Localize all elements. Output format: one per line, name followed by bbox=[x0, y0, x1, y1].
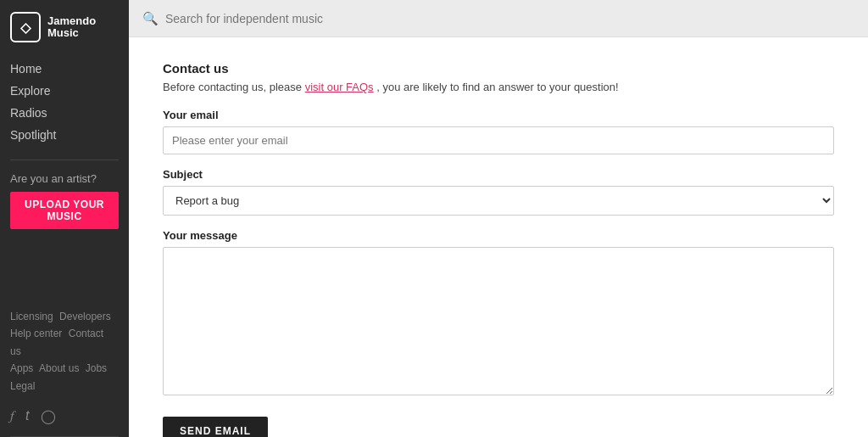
footer-link-legal[interactable]: Legal bbox=[10, 380, 35, 392]
footer-link-jobs[interactable]: Jobs bbox=[86, 362, 107, 374]
search-bar: 🔍 bbox=[129, 0, 868, 37]
logo-line1: Jamendo bbox=[47, 15, 96, 27]
send-email-button[interactable]: SEND EMAIL bbox=[163, 417, 268, 437]
footer-link-help[interactable]: Help center bbox=[10, 328, 62, 339]
social-links: 𝑓 t ◯ bbox=[0, 401, 129, 433]
contact-form-area: Contact us Before contacting us, please … bbox=[129, 37, 868, 437]
contact-subtitle: Before contacting us, please visit our F… bbox=[163, 81, 834, 93]
subject-group: Subject Report a bug General inquiry Art… bbox=[163, 168, 834, 216]
sidebar-footer: Licensing Developers Help center Contact… bbox=[0, 300, 129, 401]
sidebar-item-spotlight[interactable]: Spotlight bbox=[10, 124, 129, 146]
message-textarea[interactable] bbox=[163, 247, 834, 395]
email-group: Your email bbox=[163, 109, 834, 154]
subtitle-before: Before contacting us, please bbox=[163, 81, 305, 93]
faqs-link[interactable]: visit our FAQs bbox=[305, 81, 374, 93]
subject-select[interactable]: Report a bug General inquiry Artist supp… bbox=[163, 186, 834, 216]
footer-link-licensing[interactable]: Licensing bbox=[10, 311, 53, 322]
search-icon: 🔍 bbox=[142, 11, 159, 26]
artist-label: Are you an artist? bbox=[0, 167, 129, 192]
sidebar: ◇ Jamendo Music Home Explore Radios Spot… bbox=[0, 0, 129, 437]
logo-icon: ◇ bbox=[10, 12, 41, 42]
footer-link-about[interactable]: About us bbox=[39, 362, 79, 374]
sidebar-navigation: Home Explore Radios Spotlight bbox=[0, 54, 129, 153]
email-label: Your email bbox=[163, 109, 834, 121]
upload-music-button[interactable]: UPLOAD YOUR MUSIC bbox=[10, 192, 119, 229]
sidebar-divider-1 bbox=[10, 160, 119, 160]
sidebar-item-home[interactable]: Home bbox=[10, 58, 129, 80]
facebook-icon[interactable]: 𝑓 bbox=[10, 408, 14, 424]
sidebar-item-radios[interactable]: Radios bbox=[10, 102, 129, 124]
instagram-icon[interactable]: ◯ bbox=[41, 408, 56, 424]
subject-label: Subject bbox=[163, 168, 834, 181]
sidebar-item-explore[interactable]: Explore bbox=[10, 80, 129, 102]
main-content: 🔍 Contact us Before contacting us, pleas… bbox=[129, 0, 868, 437]
message-label: Your message bbox=[163, 229, 834, 242]
footer-link-apps[interactable]: Apps bbox=[10, 362, 33, 374]
logo-line2: Music bbox=[47, 27, 96, 39]
logo: ◇ Jamendo Music bbox=[0, 0, 129, 54]
footer-link-developers[interactable]: Developers bbox=[59, 311, 111, 322]
contact-title: Contact us bbox=[163, 61, 834, 76]
search-input[interactable] bbox=[165, 12, 403, 25]
subtitle-after: , you are likely to find an answer to yo… bbox=[376, 81, 618, 93]
email-input[interactable] bbox=[163, 126, 834, 154]
twitter-icon[interactable]: t bbox=[25, 408, 29, 424]
logo-text: Jamendo Music bbox=[47, 15, 96, 40]
message-group: Your message bbox=[163, 229, 834, 398]
